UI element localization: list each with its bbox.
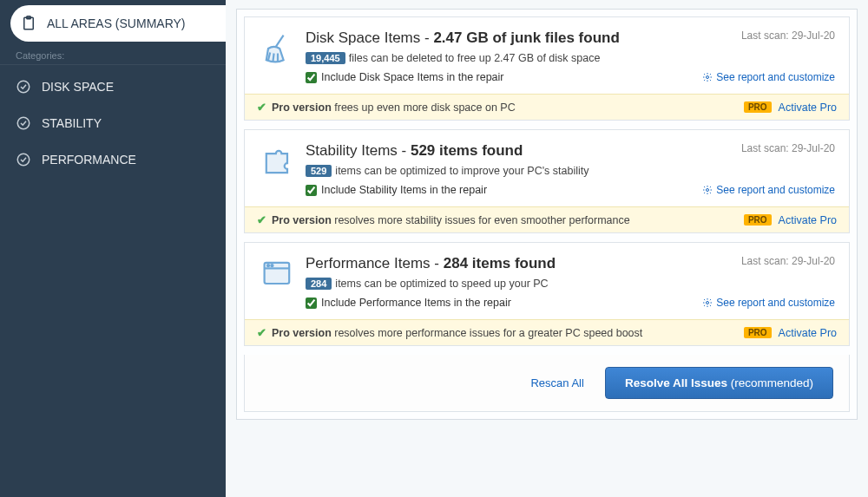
activate-pro-link[interactable]: Activate Pro (779, 327, 837, 339)
gear-icon (702, 185, 713, 195)
svg-point-11 (707, 302, 709, 304)
sidebar-item-performance[interactable]: PERFORMANCE (0, 141, 226, 178)
svg-point-10 (271, 265, 273, 266)
sidebar-item-label: PERFORMANCE (42, 153, 136, 167)
check-circle-icon (16, 152, 31, 167)
card-subline: 19,445files can be deleted to free up 2.… (306, 52, 661, 64)
resolve-all-button[interactable]: Resolve All Issues (recommended) (605, 367, 833, 399)
gear-icon (702, 72, 713, 82)
count-badge: 284 (306, 278, 332, 290)
rescan-all-link[interactable]: Rescan All (530, 376, 583, 389)
pro-upsell-bar: ✔ Pro version frees up even more disk sp… (245, 94, 849, 120)
svg-point-6 (707, 189, 709, 192)
checkmark-icon: ✔ (257, 213, 266, 226)
activate-pro-link[interactable]: Activate Pro (779, 214, 837, 226)
check-circle-icon (16, 115, 31, 131)
broom-icon (259, 56, 297, 70)
last-scan-label: Last scan: 29-Jul-20 (661, 29, 835, 42)
sidebar-item-all-areas[interactable]: ALL AREAS (SUMMARY) (10, 5, 226, 42)
puzzle-icon (259, 168, 297, 183)
clipboard-icon (21, 16, 36, 31)
pro-badge: PRO (744, 101, 772, 113)
include-checkbox[interactable] (306, 185, 317, 196)
svg-point-9 (267, 265, 269, 266)
card-subline: 529items can be optimized to improve you… (306, 165, 661, 177)
card-performance: Performance Items - 284 items found 284i… (244, 242, 850, 346)
card-subline: 284items can be optimized to speed up yo… (306, 278, 661, 290)
count-badge: 19,445 (306, 52, 345, 64)
card-stability: Stability Items - 529 items found 529ite… (244, 129, 850, 233)
window-icon (259, 281, 297, 296)
pro-badge: PRO (744, 214, 772, 226)
sidebar-item-disk-space[interactable]: DISK SPACE (0, 69, 226, 105)
sidebar-item-label: ALL AREAS (SUMMARY) (47, 16, 186, 30)
last-scan-label: Last scan: 29-Jul-20 (661, 255, 835, 267)
count-badge: 529 (306, 165, 332, 177)
gear-icon (702, 298, 713, 308)
activate-pro-link[interactable]: Activate Pro (779, 101, 837, 114)
svg-point-4 (17, 154, 30, 166)
see-report-link[interactable]: See report and customize (702, 184, 835, 196)
sidebar: ALL AREAS (SUMMARY) Categories: DISK SPA… (0, 0, 226, 497)
include-checkbox-row[interactable]: Include Performance Items in the repair (306, 297, 661, 309)
card-title: Stability Items - 529 items found (306, 142, 661, 160)
svg-point-3 (17, 117, 30, 129)
include-checkbox[interactable] (306, 72, 317, 83)
check-circle-icon (16, 79, 31, 95)
sidebar-item-stability[interactable]: STABILITY (0, 105, 226, 141)
categories-label: Categories: (0, 42, 226, 65)
include-checkbox-row[interactable]: Include Stability Items in the repair (306, 184, 661, 196)
card-title: Disk Space Items - 2.47 GB of junk files… (306, 29, 661, 47)
svg-point-2 (17, 81, 30, 93)
sidebar-item-label: DISK SPACE (42, 80, 114, 94)
svg-point-5 (707, 76, 709, 79)
pro-badge: PRO (744, 327, 772, 338)
checkmark-icon: ✔ (257, 326, 266, 339)
card-title: Performance Items - 284 items found (306, 255, 661, 272)
include-checkbox[interactable] (306, 298, 317, 309)
include-checkbox-row[interactable]: Include Disk Space Items in the repair (306, 71, 661, 83)
pro-upsell-bar: ✔ Pro version resolves more stability is… (245, 206, 849, 232)
pro-upsell-bar: ✔ Pro version resolves more performance … (245, 319, 849, 345)
main-panel: Disk Space Items - 2.47 GB of junk files… (226, 0, 868, 497)
last-scan-label: Last scan: 29-Jul-20 (661, 142, 835, 154)
sidebar-item-label: STABILITY (42, 116, 102, 130)
see-report-link[interactable]: See report and customize (702, 297, 835, 309)
footer-action-bar: Rescan All Resolve All Issues (recommend… (244, 355, 850, 412)
checkmark-icon: ✔ (257, 101, 266, 114)
card-disk-space: Disk Space Items - 2.47 GB of junk files… (244, 16, 850, 121)
see-report-link[interactable]: See report and customize (702, 71, 835, 83)
